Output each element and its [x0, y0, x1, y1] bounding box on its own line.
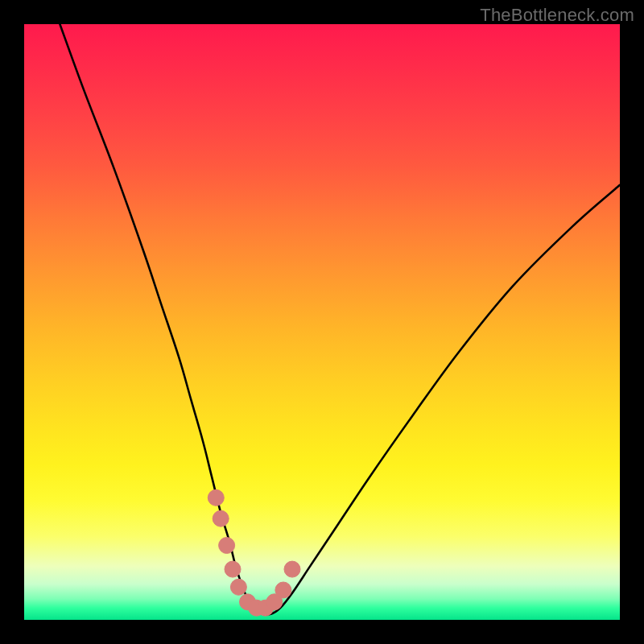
curve-path — [60, 24, 620, 615]
curve-dot — [275, 582, 291, 598]
chart-frame: TheBottleneck.com — [0, 0, 644, 644]
curve-dot — [208, 489, 224, 506]
curve-dot — [225, 561, 241, 577]
plot-area — [24, 24, 620, 620]
curve-dot — [284, 561, 300, 577]
curve-dot — [219, 538, 235, 554]
chart-svg — [24, 24, 620, 620]
curve-dot — [213, 510, 229, 526]
bottleneck-curve — [60, 24, 620, 615]
curve-dots — [208, 489, 300, 616]
watermark-text: TheBottleneck.com — [480, 5, 634, 26]
curve-dot — [230, 579, 246, 595]
